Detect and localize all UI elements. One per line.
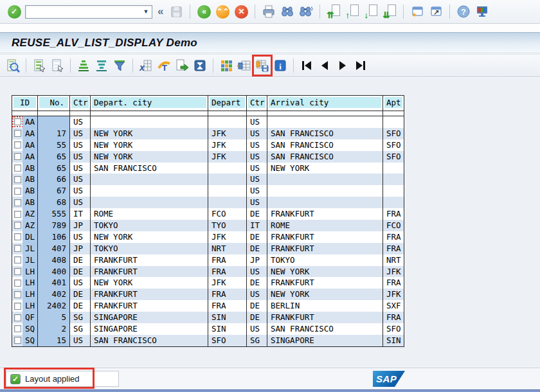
table-row[interactable]: AA17USNEW YORKJFKUSSAN FRANCISCOSFO — [12, 128, 404, 139]
customize-layout-icon[interactable] — [474, 4, 490, 19]
table-row[interactable]: JL407JPTOKYONRTDEFRANKFURTFRA — [12, 243, 404, 254]
find-icon[interactable] — [280, 4, 295, 19]
select-all-icon[interactable] — [32, 58, 47, 73]
table-row[interactable]: AZ789JPTOKYOTYOITROMEFCO — [12, 220, 404, 231]
carrier-id: AB — [22, 197, 37, 208]
table-row[interactable]: JL408DEFRANKFURTFRAJPTOKYONRT — [12, 254, 404, 266]
row-checkbox[interactable] — [14, 211, 21, 218]
next-record-icon[interactable] — [335, 58, 350, 73]
help-icon[interactable]: ? — [456, 4, 471, 19]
up-icon[interactable]: ⌃⌃ — [215, 4, 230, 19]
svg-text:✦: ✦ — [309, 6, 313, 12]
row-checkbox[interactable] — [14, 153, 21, 160]
row-checkbox[interactable] — [14, 222, 21, 229]
row-checkbox[interactable] — [14, 303, 21, 310]
row-checkbox[interactable] — [14, 188, 21, 195]
first-page-icon[interactable]: ⇈ — [326, 4, 341, 19]
column-header-apt[interactable]: Apt — [383, 96, 404, 111]
table-row[interactable]: AZ555ITROMEFCODEFRANKFURTFRA — [12, 208, 404, 220]
table-row[interactable]: LH401USNEW YORKJFKDEFRANKFURTFRA — [12, 277, 404, 289]
table-cell: JL — [12, 243, 38, 254]
table-row[interactable]: AB66USUS — [12, 174, 404, 185]
collapse-toolbar-button[interactable]: « — [156, 5, 165, 18]
table-row[interactable]: SQ2SGSINGAPORESINUSSAN FRANCISCOSFO — [12, 323, 404, 335]
last-record-icon[interactable] — [353, 58, 368, 73]
enter-icon[interactable]: ✓ — [6, 4, 22, 19]
new-session-icon[interactable]: ✦ — [410, 4, 425, 19]
row-checkbox[interactable] — [14, 314, 21, 321]
print-icon[interactable] — [261, 4, 276, 19]
row-checkbox[interactable] — [14, 233, 21, 240]
column-header-ctr[interactable]: Ctr — [247, 96, 267, 111]
row-checkbox[interactable] — [14, 199, 21, 206]
row-checkbox[interactable] — [14, 130, 21, 137]
toolbar-separator — [293, 58, 294, 73]
deselect-all-icon[interactable] — [50, 58, 65, 73]
table-row[interactable]: AB65USSAN FRANCISCOUSNEW YORK — [12, 163, 404, 174]
carrier-id: AA — [22, 128, 37, 139]
first-record-icon[interactable] — [299, 58, 314, 73]
excel-view-icon[interactable]: x — [138, 58, 154, 73]
last-page-icon[interactable]: ⇊ — [382, 4, 397, 19]
column-header-depart-city[interactable]: Depart. city — [91, 96, 208, 111]
table-row[interactable]: LH400DEFRANKFURTFRAUSNEW YORKJFK — [12, 266, 404, 278]
carrier-id: AZ — [22, 220, 37, 231]
gap-cell — [70, 111, 91, 116]
table-cell: JFK — [383, 289, 404, 300]
table-row[interactable]: AA65USNEW YORKJFKUSSAN FRANCISCOSFO — [12, 151, 404, 163]
local-file-export-icon[interactable] — [174, 58, 190, 73]
info-icon[interactable]: i — [273, 58, 288, 73]
table-row[interactable]: AA55USNEW YORKJFKUSSAN FRANCISCOSFO — [12, 139, 404, 151]
row-checkbox[interactable] — [14, 337, 21, 344]
shortcut-icon[interactable]: ↗ — [428, 4, 444, 19]
sort-ascending-icon[interactable] — [76, 58, 91, 73]
row-checkbox[interactable] — [14, 176, 21, 183]
choose-layout-icon[interactable] — [237, 58, 252, 73]
save-layout-highlight — [255, 58, 270, 73]
column-header-no-[interactable]: No. — [38, 96, 70, 111]
row-checkbox[interactable] — [14, 245, 21, 252]
filter-icon[interactable] — [112, 58, 127, 73]
table-row[interactable]: LH2402DEFRANKFURTFRADEBERLINSXF — [12, 300, 404, 312]
row-checkbox[interactable] — [14, 165, 21, 172]
exit-icon[interactable]: ✕ — [233, 4, 249, 19]
table-row[interactable]: AB67USUS — [12, 185, 404, 197]
table-row[interactable]: DL106USNEW YORKJFKDEFRANKFURTFRA — [12, 231, 404, 243]
row-checkbox[interactable] — [14, 268, 21, 275]
next-page-icon[interactable]: ↓ — [363, 4, 379, 19]
command-dropdown-icon[interactable]: ▼ — [140, 8, 152, 15]
row-checkbox[interactable] — [14, 118, 21, 125]
back-icon[interactable]: « — [196, 4, 212, 19]
detail-icon[interactable] — [5, 58, 21, 73]
column-header-id[interactable]: ID — [12, 96, 38, 111]
table-cell: SFO — [208, 335, 247, 346]
previous-record-icon[interactable] — [317, 58, 332, 73]
find-next-icon[interactable]: ✦ — [298, 4, 314, 19]
row-checkbox[interactable] — [14, 291, 21, 298]
command-field[interactable]: ▼ — [25, 5, 152, 19]
row-checkbox[interactable] — [14, 325, 21, 332]
table-cell: NEW YORK — [91, 128, 208, 139]
column-header-arrival-city[interactable]: Arrival city — [267, 96, 383, 111]
row-checkbox[interactable] — [14, 280, 21, 287]
gap-cell — [267, 111, 383, 116]
column-header-ctr[interactable]: Ctr — [70, 96, 91, 111]
save-icon[interactable] — [168, 4, 184, 19]
table-row[interactable]: SQ15USSAN FRANCISCOSFOSGSINGAPORESIN — [12, 335, 404, 346]
row-checkbox[interactable] — [14, 256, 21, 263]
table-row[interactable]: LH402DEFRANKFURTFRAUSNEW YORKJFK — [12, 289, 404, 300]
previous-page-icon[interactable]: ↑ — [345, 4, 360, 19]
table-cell — [38, 116, 70, 128]
abc-analysis-icon[interactable] — [192, 58, 208, 73]
table-row[interactable]: AAUSUS — [12, 116, 404, 128]
table-row[interactable]: QF5SGSINGAPORESINDEFRANKFURTFRA — [12, 312, 404, 323]
sort-descending-icon[interactable] — [94, 58, 109, 73]
command-input[interactable] — [26, 6, 140, 18]
table-row[interactable]: AB68USUS — [12, 197, 404, 208]
table-cell — [91, 116, 208, 128]
word-processing-icon[interactable]: T — [156, 58, 172, 73]
row-checkbox[interactable] — [14, 141, 21, 148]
column-header-depart[interactable]: Depart — [208, 96, 247, 111]
save-layout-icon[interactable] — [255, 58, 270, 73]
grid-view-icon[interactable] — [219, 58, 234, 73]
